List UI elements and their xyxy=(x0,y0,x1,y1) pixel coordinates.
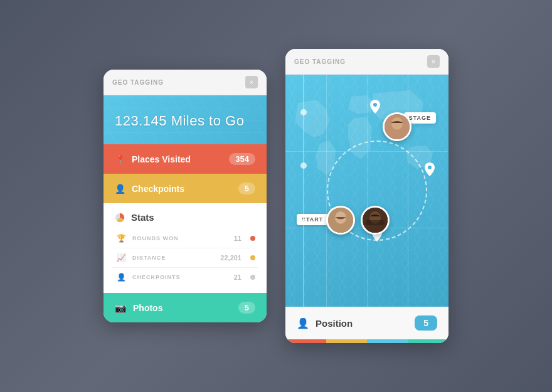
hero-text: 123.145 Miles to Go xyxy=(115,113,255,129)
svg-point-5 xyxy=(391,117,403,130)
svg-point-1 xyxy=(373,103,377,107)
location-icon: 📍 xyxy=(115,154,125,164)
places-badge: 354 xyxy=(229,153,255,165)
trophy-icon: 🏆 xyxy=(115,234,127,243)
rounds-value: 11 xyxy=(234,235,242,242)
distance-label: DISTANCE xyxy=(132,255,215,261)
avatar-stage xyxy=(383,112,411,141)
places-label: Places Visited xyxy=(132,154,191,164)
rounds-dot xyxy=(250,236,255,241)
progress-yellow xyxy=(326,339,367,343)
camera-icon: 📷 xyxy=(115,302,127,314)
stats-section: Stats xyxy=(104,203,267,226)
position-person-icon: 👤 xyxy=(297,317,309,329)
progress-bar xyxy=(285,339,449,343)
pin-1 xyxy=(370,100,380,116)
checkpoints-person-icon: 👤 xyxy=(115,184,125,194)
places-visited-row[interactable]: 📍 Places Visited 354 xyxy=(104,144,267,174)
right-card: GEO TAGGING × STAGE xyxy=(285,49,449,343)
svg-rect-13 xyxy=(366,220,385,225)
map-area: STAGE START xyxy=(285,75,449,307)
distance-dot xyxy=(250,255,255,260)
stat-item-distance: 📈 DISTANCE 22,201 xyxy=(112,248,258,268)
left-card-header: GEO TAGGING × xyxy=(104,70,267,95)
timeline-dot-3 xyxy=(300,219,307,225)
checkpoints-badge: 5 xyxy=(238,183,255,194)
stats-list: 🏆 ROUNDS WON 11 📈 DISTANCE 22,201 👤 CHEC… xyxy=(104,226,267,293)
checkpoints-list-icon: 👤 xyxy=(115,273,127,282)
left-card-title: GEO TAGGING xyxy=(112,79,164,86)
position-badge: 5 xyxy=(415,315,437,331)
progress-blue xyxy=(367,339,408,343)
progress-red xyxy=(285,339,326,343)
photos-label: Photos xyxy=(133,303,162,313)
right-close-button[interactable]: × xyxy=(427,55,440,68)
right-card-title: GEO TAGGING xyxy=(294,58,346,65)
position-bar: 👤 Position 5 xyxy=(285,307,449,339)
stat-item-checkpoints: 👤 CHECKPOINTS 21 xyxy=(112,268,258,287)
hero-banner: 123.145 Miles to Go xyxy=(104,95,267,144)
right-card-header: GEO TAGGING × xyxy=(285,49,449,75)
rounds-label: ROUNDS WON xyxy=(132,235,229,241)
svg-point-3 xyxy=(428,166,432,169)
photos-row[interactable]: 📷 Photos 5 xyxy=(104,293,267,322)
avatar-start-right xyxy=(361,206,390,235)
stat-item-rounds: 🏆 ROUNDS WON 11 xyxy=(112,229,258,248)
checkpoints-list-label: CHECKPOINTS xyxy=(132,274,229,280)
photos-badge: 5 xyxy=(238,302,255,314)
left-close-button[interactable]: × xyxy=(245,76,258,88)
position-label: Position xyxy=(316,318,353,329)
pie-icon xyxy=(115,213,125,223)
checkpoints-dot xyxy=(250,275,255,280)
stats-title: Stats xyxy=(131,212,154,223)
distance-icon: 📈 xyxy=(115,253,127,262)
timeline-dot-2 xyxy=(300,162,307,169)
left-card: GEO TAGGING × 123.145 Miles to Go 📍 Plac… xyxy=(104,70,267,322)
checkpoints-list-value: 21 xyxy=(234,273,242,281)
checkpoints-row[interactable]: 👤 Checkpoints 5 xyxy=(104,174,267,203)
distance-value: 22,201 xyxy=(220,254,242,262)
timeline-dot-1 xyxy=(300,109,307,115)
pin-3 xyxy=(425,162,435,179)
checkpoints-label: Checkpoints xyxy=(132,184,184,194)
avatar-start-left xyxy=(326,206,355,235)
progress-teal xyxy=(408,339,449,343)
